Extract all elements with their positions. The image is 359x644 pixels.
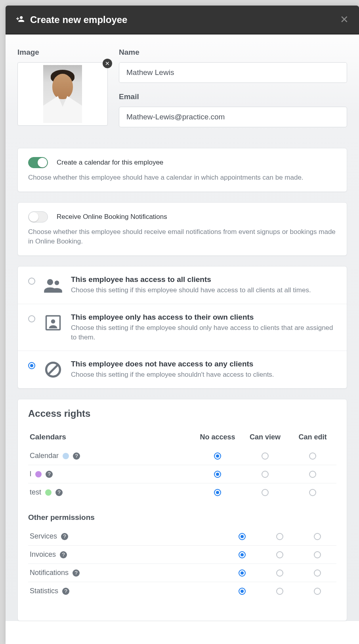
permission-radio[interactable] — [276, 551, 283, 558]
permission-radio[interactable] — [239, 551, 246, 558]
email-label: Email — [119, 92, 347, 101]
employee-image[interactable]: ✕ — [17, 62, 108, 126]
permission-label: Calendar? — [30, 452, 192, 460]
option-desc: Choose this setting if the employee shou… — [71, 370, 274, 380]
block-icon — [44, 360, 62, 379]
radio-all-clients[interactable] — [28, 278, 35, 285]
modal-header: Create new employee ✕ — [6, 6, 359, 34]
person-box-icon — [44, 314, 62, 332]
table-row: Services? — [28, 527, 336, 546]
permission-radio[interactable] — [314, 551, 321, 558]
col-can-view: Can view — [241, 429, 289, 447]
color-dot — [45, 489, 52, 496]
notifications-toggle-help: Choose whether this employee should rece… — [28, 227, 336, 247]
calendar-toggle-help: Choose whether this employee should have… — [28, 173, 336, 183]
permission-radio[interactable] — [239, 588, 246, 595]
help-icon[interactable]: ? — [60, 551, 67, 558]
option-title: This employee only has access to their o… — [71, 313, 336, 322]
client-access-option-own[interactable]: This employee only has access to their o… — [18, 304, 347, 351]
table-row: Invoices? — [28, 546, 336, 564]
avatar — [43, 65, 82, 123]
svg-point-3 — [51, 319, 55, 324]
people-icon — [44, 276, 62, 294]
modal-title: Create new employee — [30, 14, 127, 25]
permission-radio[interactable] — [262, 471, 269, 478]
col-can-edit: Can edit — [289, 429, 336, 447]
image-label: Image — [17, 48, 108, 57]
remove-image-icon[interactable]: ✕ — [103, 59, 112, 68]
permission-label: Services? — [30, 532, 222, 540]
permission-radio[interactable] — [214, 489, 221, 496]
client-access-card: This employee has access to all clients … — [17, 266, 347, 389]
permission-radio[interactable] — [314, 533, 321, 540]
color-dot — [35, 471, 42, 477]
other-permissions-table: Services?Invoices?Notifications?Statisti… — [28, 527, 336, 600]
permission-radio[interactable] — [239, 569, 246, 577]
table-row: test? — [28, 483, 336, 502]
permission-label: test? — [30, 488, 192, 496]
access-rights-title: Access rights — [28, 408, 336, 419]
permission-radio[interactable] — [314, 569, 321, 577]
name-input[interactable] — [119, 62, 347, 83]
permission-radio[interactable] — [309, 471, 316, 478]
radio-no-clients[interactable] — [28, 362, 35, 369]
close-icon[interactable]: ✕ — [340, 13, 349, 26]
permission-label: Notifications? — [30, 569, 222, 577]
svg-line-5 — [48, 365, 58, 375]
calendars-permissions-table: Calendars No access Can view Can edit Ca… — [28, 429, 336, 501]
help-icon[interactable]: ? — [62, 588, 69, 595]
permission-radio[interactable] — [214, 452, 221, 460]
client-access-option-all[interactable]: This employee has access to all clients … — [18, 266, 347, 304]
svg-point-0 — [47, 279, 53, 285]
other-permissions-label: Other permissions — [28, 513, 336, 522]
create-employee-modal: Create new employee ✕ Image ✕ — [6, 6, 359, 644]
table-row: Statistics? — [28, 582, 336, 600]
permission-radio[interactable] — [276, 533, 283, 540]
option-desc: Choose this setting if this employee sho… — [71, 286, 311, 295]
access-rights-card: Access rights Calendars No access Can vi… — [17, 399, 347, 621]
calendar-toggle-card: Create a calendar for this employee Choo… — [17, 148, 347, 192]
col-no-access: No access — [194, 429, 241, 447]
permission-label: Invoices? — [30, 550, 222, 559]
notifications-toggle[interactable] — [28, 211, 48, 222]
permission-label: l? — [30, 470, 192, 478]
help-icon[interactable]: ? — [46, 471, 53, 478]
table-row: l? — [28, 465, 336, 483]
color-dot — [63, 453, 69, 459]
notifications-toggle-label: Receive Online Booking Notifications — [57, 213, 167, 221]
help-icon[interactable]: ? — [55, 489, 63, 496]
add-person-icon — [16, 15, 25, 25]
svg-point-1 — [55, 281, 59, 285]
radio-own-clients[interactable] — [28, 315, 35, 322]
permission-radio[interactable] — [309, 452, 316, 460]
table-row: Calendar? — [28, 447, 336, 465]
permission-radio[interactable] — [314, 588, 321, 595]
help-icon[interactable]: ? — [61, 533, 68, 540]
notifications-toggle-card: Receive Online Booking Notifications Cho… — [17, 202, 347, 256]
permission-label: Statistics? — [30, 587, 222, 595]
permission-radio[interactable] — [214, 471, 221, 478]
help-icon[interactable]: ? — [73, 569, 80, 577]
table-row: Notifications? — [28, 564, 336, 582]
modal-body: Image ✕ Name — [6, 34, 359, 621]
permission-radio[interactable] — [262, 489, 269, 496]
permission-radio[interactable] — [276, 588, 283, 595]
name-label: Name — [119, 48, 347, 57]
help-icon[interactable]: ? — [73, 452, 80, 460]
option-title: This employee does not have access to an… — [71, 360, 274, 368]
option-title: This employee has access to all clients — [71, 275, 311, 284]
permission-radio[interactable] — [276, 569, 283, 577]
calendars-label: Calendars — [30, 433, 66, 441]
permission-radio[interactable] — [239, 533, 246, 540]
option-desc: Choose this setting if the employee shou… — [71, 323, 336, 342]
permission-radio[interactable] — [309, 489, 316, 496]
email-input[interactable] — [119, 107, 347, 127]
calendar-toggle-label: Create a calendar for this employee — [57, 159, 163, 167]
client-access-option-none[interactable]: This employee does not have access to an… — [18, 351, 347, 388]
calendar-toggle[interactable] — [28, 157, 48, 168]
permission-radio[interactable] — [262, 452, 269, 460]
